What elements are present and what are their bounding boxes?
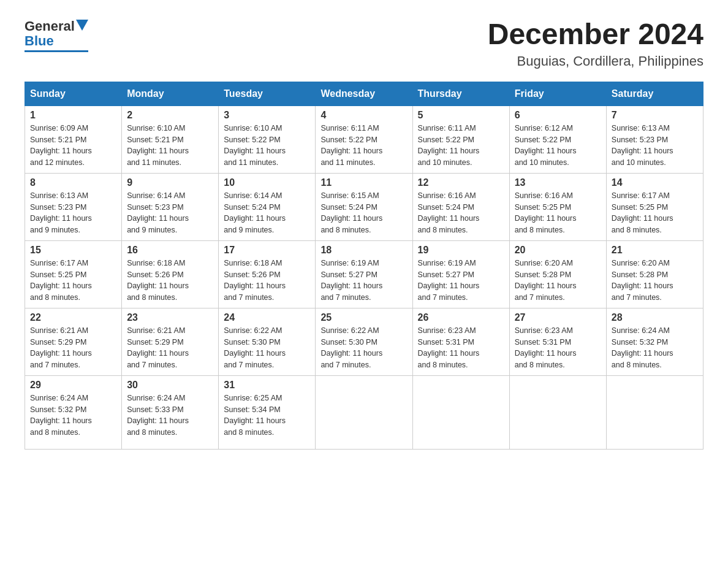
week-row-1: 1 Sunrise: 6:09 AM Sunset: 5:21 PM Dayli… (25, 105, 703, 173)
calendar-cell: 24 Sunrise: 6:22 AM Sunset: 5:30 PM Dayl… (219, 308, 316, 375)
day-info: Sunrise: 6:11 AM Sunset: 5:22 PM Dayligh… (418, 123, 504, 169)
day-number: 9 (127, 177, 213, 188)
day-info: Sunrise: 6:12 AM Sunset: 5:22 PM Dayligh… (515, 123, 601, 169)
day-number: 22 (30, 312, 116, 323)
logo-triangle-icon (76, 20, 88, 31)
day-number: 12 (418, 177, 504, 188)
day-number: 24 (224, 312, 310, 323)
calendar-cell: 13 Sunrise: 6:16 AM Sunset: 5:25 PM Dayl… (509, 173, 606, 240)
logo-general: General (25, 18, 75, 34)
logo-text: General (25, 18, 88, 34)
day-info: Sunrise: 6:14 AM Sunset: 5:23 PM Dayligh… (127, 190, 213, 236)
weekday-header-wednesday: Wednesday (316, 82, 412, 105)
day-info: Sunrise: 6:10 AM Sunset: 5:21 PM Dayligh… (127, 123, 213, 169)
calendar-cell: 22 Sunrise: 6:21 AM Sunset: 5:29 PM Dayl… (25, 308, 122, 375)
calendar-cell: 15 Sunrise: 6:17 AM Sunset: 5:25 PM Dayl… (25, 240, 122, 308)
calendar-cell (606, 375, 703, 449)
day-number: 6 (515, 110, 601, 121)
day-info: Sunrise: 6:21 AM Sunset: 5:29 PM Dayligh… (127, 325, 213, 371)
calendar-cell: 12 Sunrise: 6:16 AM Sunset: 5:24 PM Dayl… (412, 173, 509, 240)
calendar-cell: 30 Sunrise: 6:24 AM Sunset: 5:33 PM Dayl… (122, 375, 219, 449)
day-info: Sunrise: 6:13 AM Sunset: 5:23 PM Dayligh… (30, 190, 116, 236)
calendar-table: SundayMondayTuesdayWednesdayThursdayFrid… (25, 82, 703, 450)
calendar-cell (509, 375, 606, 449)
weekday-header-saturday: Saturday (606, 82, 703, 105)
week-row-4: 22 Sunrise: 6:21 AM Sunset: 5:29 PM Dayl… (25, 308, 703, 375)
calendar-cell: 25 Sunrise: 6:22 AM Sunset: 5:30 PM Dayl… (316, 308, 412, 375)
day-info: Sunrise: 6:17 AM Sunset: 5:25 PM Dayligh… (612, 190, 698, 236)
title-block: December 2024 Buguias, Cordillera, Phili… (488, 18, 703, 69)
day-info: Sunrise: 6:15 AM Sunset: 5:24 PM Dayligh… (320, 190, 407, 236)
day-info: Sunrise: 6:11 AM Sunset: 5:22 PM Dayligh… (320, 123, 407, 169)
day-info: Sunrise: 6:14 AM Sunset: 5:24 PM Dayligh… (224, 190, 310, 236)
day-info: Sunrise: 6:18 AM Sunset: 5:26 PM Dayligh… (224, 258, 310, 304)
calendar-cell: 5 Sunrise: 6:11 AM Sunset: 5:22 PM Dayli… (412, 105, 509, 173)
weekday-header-row: SundayMondayTuesdayWednesdayThursdayFrid… (25, 82, 703, 105)
weekday-header-monday: Monday (122, 82, 219, 105)
day-info: Sunrise: 6:16 AM Sunset: 5:24 PM Dayligh… (418, 190, 504, 236)
day-info: Sunrise: 6:24 AM Sunset: 5:32 PM Dayligh… (30, 393, 116, 439)
day-number: 13 (515, 177, 601, 188)
day-number: 15 (30, 245, 116, 256)
logo-blue: Blue (25, 33, 54, 49)
week-row-5: 29 Sunrise: 6:24 AM Sunset: 5:32 PM Dayl… (25, 375, 703, 449)
calendar-cell: 9 Sunrise: 6:14 AM Sunset: 5:23 PM Dayli… (122, 173, 219, 240)
day-info: Sunrise: 6:24 AM Sunset: 5:32 PM Dayligh… (612, 325, 698, 371)
calendar-cell: 3 Sunrise: 6:10 AM Sunset: 5:22 PM Dayli… (219, 105, 316, 173)
day-info: Sunrise: 6:10 AM Sunset: 5:22 PM Dayligh… (224, 123, 310, 169)
calendar-cell: 18 Sunrise: 6:19 AM Sunset: 5:27 PM Dayl… (316, 240, 412, 308)
calendar-cell: 4 Sunrise: 6:11 AM Sunset: 5:22 PM Dayli… (316, 105, 412, 173)
week-row-3: 15 Sunrise: 6:17 AM Sunset: 5:25 PM Dayl… (25, 240, 703, 308)
day-number: 20 (515, 245, 601, 256)
day-number: 17 (224, 245, 310, 256)
calendar-cell: 19 Sunrise: 6:19 AM Sunset: 5:27 PM Dayl… (412, 240, 509, 308)
day-number: 1 (30, 110, 116, 121)
day-info: Sunrise: 6:19 AM Sunset: 5:27 PM Dayligh… (418, 258, 504, 304)
weekday-header-sunday: Sunday (25, 82, 122, 105)
calendar-cell: 23 Sunrise: 6:21 AM Sunset: 5:29 PM Dayl… (122, 308, 219, 375)
day-number: 3 (224, 110, 310, 121)
day-number: 29 (30, 380, 116, 391)
day-number: 23 (127, 312, 213, 323)
day-info: Sunrise: 6:09 AM Sunset: 5:21 PM Dayligh… (30, 123, 116, 169)
day-info: Sunrise: 6:23 AM Sunset: 5:31 PM Dayligh… (418, 325, 504, 371)
day-number: 31 (224, 380, 310, 391)
weekday-header-friday: Friday (509, 82, 606, 105)
weekday-header-tuesday: Tuesday (219, 82, 316, 105)
calendar-cell: 26 Sunrise: 6:23 AM Sunset: 5:31 PM Dayl… (412, 308, 509, 375)
calendar-cell: 14 Sunrise: 6:17 AM Sunset: 5:25 PM Dayl… (606, 173, 703, 240)
day-number: 11 (320, 177, 407, 188)
day-info: Sunrise: 6:25 AM Sunset: 5:34 PM Dayligh… (224, 393, 310, 439)
weekday-header-thursday: Thursday (412, 82, 509, 105)
day-info: Sunrise: 6:22 AM Sunset: 5:30 PM Dayligh… (224, 325, 310, 371)
day-info: Sunrise: 6:22 AM Sunset: 5:30 PM Dayligh… (320, 325, 407, 371)
calendar-cell: 7 Sunrise: 6:13 AM Sunset: 5:23 PM Dayli… (606, 105, 703, 173)
calendar-cell: 20 Sunrise: 6:20 AM Sunset: 5:28 PM Dayl… (509, 240, 606, 308)
day-number: 18 (320, 245, 407, 256)
day-number: 28 (612, 312, 698, 323)
day-number: 27 (515, 312, 601, 323)
week-row-2: 8 Sunrise: 6:13 AM Sunset: 5:23 PM Dayli… (25, 173, 703, 240)
day-number: 7 (612, 110, 698, 121)
day-number: 10 (224, 177, 310, 188)
day-info: Sunrise: 6:17 AM Sunset: 5:25 PM Dayligh… (30, 258, 116, 304)
day-info: Sunrise: 6:13 AM Sunset: 5:23 PM Dayligh… (612, 123, 698, 169)
calendar-cell (316, 375, 412, 449)
day-info: Sunrise: 6:21 AM Sunset: 5:29 PM Dayligh… (30, 325, 116, 371)
day-info: Sunrise: 6:19 AM Sunset: 5:27 PM Dayligh… (320, 258, 407, 304)
month-year-title: December 2024 (488, 18, 703, 51)
day-number: 25 (320, 312, 407, 323)
day-number: 4 (320, 110, 407, 121)
page-header: General Blue December 2024 Buguias, Cord… (25, 18, 703, 69)
day-number: 21 (612, 245, 698, 256)
day-number: 30 (127, 380, 213, 391)
calendar-cell: 2 Sunrise: 6:10 AM Sunset: 5:21 PM Dayli… (122, 105, 219, 173)
day-info: Sunrise: 6:18 AM Sunset: 5:26 PM Dayligh… (127, 258, 213, 304)
calendar-cell: 1 Sunrise: 6:09 AM Sunset: 5:21 PM Dayli… (25, 105, 122, 173)
calendar-cell: 11 Sunrise: 6:15 AM Sunset: 5:24 PM Dayl… (316, 173, 412, 240)
day-number: 8 (30, 177, 116, 188)
calendar-cell: 10 Sunrise: 6:14 AM Sunset: 5:24 PM Dayl… (219, 173, 316, 240)
calendar-cell: 16 Sunrise: 6:18 AM Sunset: 5:26 PM Dayl… (122, 240, 219, 308)
calendar-cell: 31 Sunrise: 6:25 AM Sunset: 5:34 PM Dayl… (219, 375, 316, 449)
day-info: Sunrise: 6:23 AM Sunset: 5:31 PM Dayligh… (515, 325, 601, 371)
